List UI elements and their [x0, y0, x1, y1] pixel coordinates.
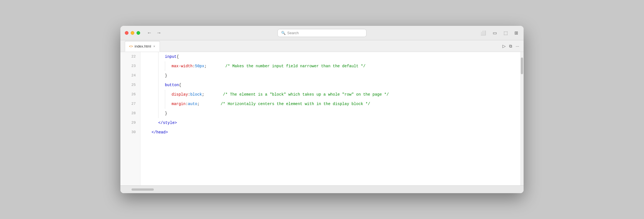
tab-label: index.html: [135, 44, 151, 48]
search-icon: 🔍: [281, 31, 286, 35]
code-line: input{: [145, 52, 524, 61]
code-content[interactable]: input{ max-width: 50px; /* Makes the num…: [140, 52, 524, 185]
search-bar[interactable]: 🔍: [278, 29, 366, 37]
tab-file-icon: <>: [129, 44, 133, 48]
layout-icon-4[interactable]: ⊞: [513, 29, 519, 37]
tab-bar-right: ▷ ⧉ ···: [502, 40, 519, 52]
indent-space: [165, 90, 172, 99]
indent-space: [152, 118, 158, 128]
code-line: display: block; /* The element is a "blo…: [145, 90, 524, 99]
back-button[interactable]: ←: [146, 29, 153, 37]
indent-space: [145, 109, 152, 118]
code-token: }: [165, 71, 167, 80]
indent-space: [152, 71, 158, 80]
search-input[interactable]: [287, 31, 363, 35]
code-token: 50px: [195, 61, 204, 71]
code-token: [207, 61, 225, 71]
indent-space: [152, 90, 158, 99]
indent-space: [158, 71, 165, 80]
line-number: 24: [125, 71, 136, 80]
scrollbar-thumb[interactable]: [521, 58, 523, 74]
run-icon[interactable]: ▷: [502, 44, 506, 49]
indent-space: [145, 80, 152, 90]
indent-space: [158, 61, 165, 71]
indent-space: [152, 61, 158, 71]
indent-space: [158, 90, 165, 99]
code-token: [200, 99, 221, 109]
tab-index-html[interactable]: <> index.html ×: [125, 41, 160, 52]
indent-space: [145, 118, 152, 128]
indent-space: [152, 109, 158, 118]
bottom-scrollbar[interactable]: [120, 188, 524, 191]
title-bar: ← → 🔍 ⬜ ▭ ⬚ ⊞: [120, 26, 524, 40]
code-token: ;: [202, 90, 204, 99]
code-token: display: [172, 90, 188, 99]
indent-space: [152, 80, 158, 90]
indent-space: [158, 52, 165, 61]
layout-icon-1[interactable]: ⬜: [479, 29, 487, 37]
editor-area: 222324252627282930 input{ max-width: 50p…: [120, 52, 524, 185]
line-number: 25: [125, 80, 136, 90]
indent-space: [145, 128, 152, 137]
indent-space: [145, 52, 152, 61]
indent-space: [145, 90, 152, 99]
search-bar-container: 🔍: [278, 29, 366, 37]
indent-space: [145, 71, 152, 80]
indent-space: [152, 99, 158, 109]
indent-space: [158, 99, 165, 109]
line-number: 23: [125, 61, 136, 71]
code-token: }: [165, 109, 167, 118]
line-number: 30: [125, 128, 136, 137]
code-token: {: [179, 80, 181, 90]
code-line: }: [145, 109, 524, 118]
indent-space: [145, 61, 152, 71]
code-token: :: [188, 90, 190, 99]
tab-bar: <> index.html × ▷ ⧉ ···: [120, 40, 524, 52]
code-token: ;: [197, 99, 199, 109]
code-token: max-width: [172, 61, 193, 71]
code-line: max-width: 50px; /* Makes the number inp…: [145, 61, 524, 71]
code-token: :: [185, 99, 188, 109]
bottom-bar: [120, 185, 524, 193]
nav-buttons: ← →: [146, 29, 162, 37]
line-number: 22: [125, 52, 136, 61]
indent-space: [165, 61, 172, 71]
layout-icon-2[interactable]: ▭: [492, 29, 498, 37]
code-line: </style>: [145, 118, 524, 128]
code-line: margin: auto; /* Horizontally centers th…: [145, 99, 524, 109]
bottom-scrollbar-thumb[interactable]: [132, 188, 154, 191]
close-button[interactable]: [125, 31, 128, 35]
maximize-button[interactable]: [137, 31, 140, 35]
code-token: {: [177, 52, 179, 61]
code-token: [204, 90, 223, 99]
main-window: ← → 🔍 ⬜ ▭ ⬚ ⊞ <> index.html × ▷ ⧉ ···: [120, 26, 524, 193]
more-options-icon[interactable]: ···: [516, 44, 519, 48]
layout-icon-3[interactable]: ⬚: [502, 29, 509, 37]
split-view-icon[interactable]: ⧉: [509, 44, 512, 49]
code-token: block: [190, 90, 202, 99]
code-line: }: [145, 71, 524, 80]
indent-space: [145, 99, 152, 109]
line-numbers: 222324252627282930: [120, 52, 140, 185]
code-token: /* Horizontally centers the element with…: [221, 99, 370, 109]
code-line: </head>: [145, 128, 524, 137]
code-token: ;: [204, 61, 207, 71]
traffic-lights: [125, 31, 140, 35]
code-token: /* The element is a "block" which takes …: [223, 90, 389, 99]
code-token: margin: [172, 99, 185, 109]
code-token: input: [165, 52, 177, 61]
indent-space: [152, 52, 158, 61]
code-token: </style>: [158, 118, 177, 128]
line-number: 27: [125, 99, 136, 109]
tab-close-button[interactable]: ×: [153, 44, 156, 49]
indent-space: [158, 80, 165, 90]
code-token: auto: [188, 99, 197, 109]
line-number: 28: [125, 109, 136, 118]
line-number: 26: [125, 90, 136, 99]
indent-space: [165, 99, 172, 109]
window-controls-right: ⬜ ▭ ⬚ ⊞: [479, 29, 519, 37]
scrollbar-track[interactable]: [520, 52, 524, 185]
forward-button[interactable]: →: [155, 29, 162, 37]
code-token: button: [165, 80, 179, 90]
minimize-button[interactable]: [131, 31, 134, 35]
